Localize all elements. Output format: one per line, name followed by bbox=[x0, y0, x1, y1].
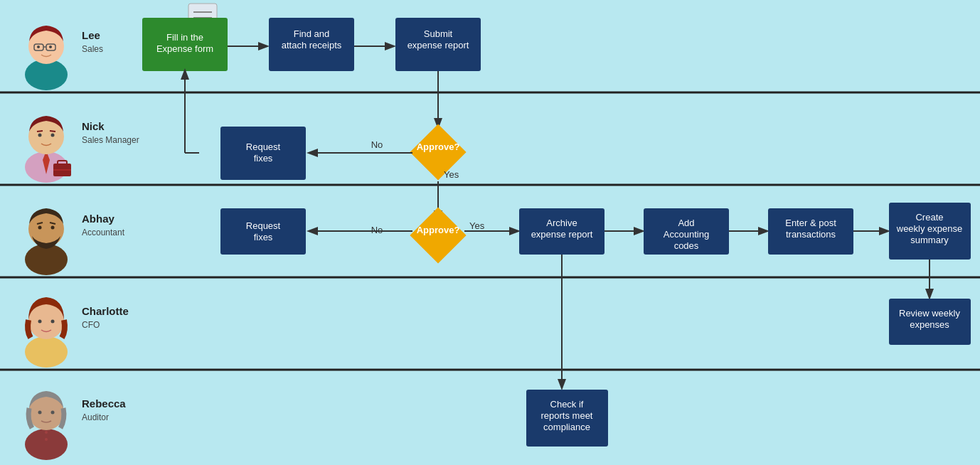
actor-role-charlotte: CFO bbox=[82, 320, 100, 330]
request-fixes-nick-label-2: fixes bbox=[254, 153, 273, 164]
enter-post-label-2: transactions bbox=[786, 229, 836, 240]
add-accounting-label-2: Accounting bbox=[664, 229, 709, 240]
fill-expense-form-label-2: Expense form bbox=[156, 43, 213, 54]
archive-expense-label-1: Archive bbox=[546, 218, 577, 228]
fill-expense-form-label-1: Fill in the bbox=[166, 32, 203, 43]
no-label-nick: No bbox=[371, 139, 383, 150]
actor-name-charlotte: Charlotte bbox=[82, 305, 129, 317]
create-weekly-label-1: Create bbox=[915, 212, 943, 223]
no-label-abhay: No bbox=[371, 225, 383, 235]
actor-name-nick: Nick bbox=[82, 120, 105, 132]
add-accounting-label-1: Add bbox=[678, 218, 694, 228]
request-fixes-nick-label-1: Request bbox=[246, 141, 281, 152]
submit-expense-label-1: Submit bbox=[424, 28, 453, 39]
lane-nick-bg bbox=[0, 92, 980, 185]
svg-point-29 bbox=[45, 438, 48, 441]
yes-label-abhay: Yes bbox=[469, 220, 485, 231]
avatar-rebecca bbox=[25, 391, 68, 460]
svg-point-20 bbox=[51, 226, 55, 230]
lane-rebecca-bg bbox=[0, 370, 980, 465]
review-weekly-label-1: Review weekly bbox=[899, 308, 960, 319]
svg-point-6 bbox=[49, 46, 52, 48]
find-attach-label-2: attach receipts bbox=[282, 40, 342, 50]
actor-name-lee: Lee bbox=[82, 29, 100, 41]
svg-point-5 bbox=[37, 46, 40, 48]
svg-point-10 bbox=[38, 134, 42, 137]
enter-post-label-1: Enter & post bbox=[785, 218, 836, 228]
request-fixes-abhay-label-2: fixes bbox=[254, 232, 273, 242]
add-accounting-label-3: codes bbox=[674, 240, 699, 251]
actor-role-nick: Sales Manager bbox=[82, 135, 139, 145]
yes-label-nick: Yes bbox=[444, 169, 459, 180]
check-compliance-label-2: reports meet bbox=[541, 410, 593, 421]
svg-point-23 bbox=[25, 336, 68, 368]
svg-point-11 bbox=[51, 134, 55, 137]
svg-point-19 bbox=[38, 226, 42, 230]
actor-role-rebecca: Auditor bbox=[82, 412, 109, 422]
svg-line-12 bbox=[37, 131, 43, 132]
svg-point-25 bbox=[38, 320, 42, 324]
svg-point-31 bbox=[38, 411, 42, 415]
request-fixes-abhay-label-1: Request bbox=[246, 220, 281, 231]
svg-point-26 bbox=[51, 320, 55, 324]
avatar-charlotte bbox=[25, 297, 68, 368]
actor-name-abhay: Abhay bbox=[82, 213, 115, 225]
actor-role-lee: Sales bbox=[82, 44, 103, 54]
archive-expense-label-2: expense report bbox=[531, 229, 593, 240]
find-attach-label-1: Find and bbox=[294, 28, 330, 39]
create-weekly-label-2: weekly expense bbox=[896, 223, 963, 234]
check-compliance-label-1: Check if bbox=[550, 399, 584, 410]
svg-line-13 bbox=[50, 131, 55, 132]
submit-expense-label-2: expense report bbox=[408, 40, 469, 50]
approve-abhay-label: Approve? bbox=[417, 225, 460, 235]
approve-nick-label-1: Approve? bbox=[417, 141, 460, 152]
svg-point-32 bbox=[51, 411, 55, 415]
lane-charlotte-bg bbox=[0, 277, 980, 370]
create-weekly-label-3: summary bbox=[910, 235, 949, 245]
check-compliance-label-3: compliance bbox=[543, 422, 590, 432]
svg-point-28 bbox=[45, 431, 48, 434]
actor-name-rebecca: Rebecca bbox=[82, 397, 126, 410]
review-weekly-label-2: expenses bbox=[910, 319, 949, 330]
actor-role-abhay: Accountant bbox=[82, 228, 125, 237]
